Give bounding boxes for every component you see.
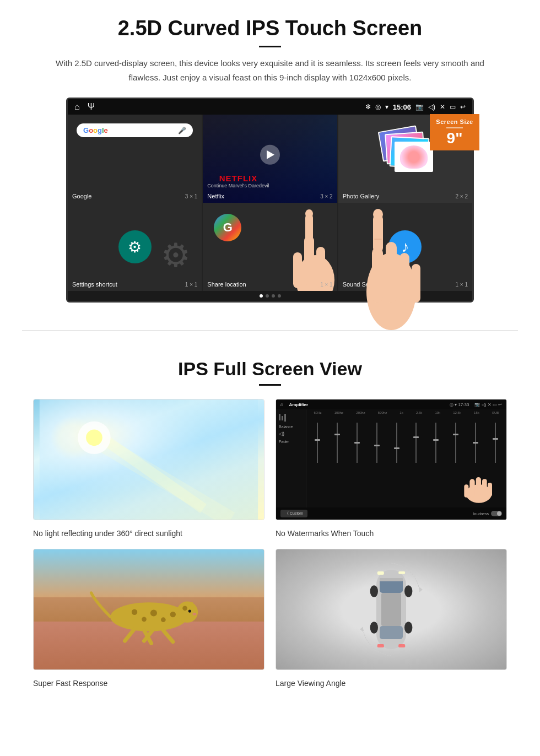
- svg-point-29: [161, 617, 166, 622]
- svg-point-32: [182, 606, 187, 611]
- netflix-subtitle: Continue Marvel's Daredevil: [207, 183, 269, 188]
- section2-divider: [259, 384, 281, 386]
- back-icon[interactable]: ↩: [460, 103, 466, 111]
- badge-size: 9": [435, 131, 474, 146]
- svg-rect-23: [488, 483, 492, 496]
- gallery-size: 2 × 2: [455, 193, 468, 199]
- amp-sidebar: Balance ◁) Fader: [276, 409, 306, 507]
- section1-description: With 2.5D curved-display screen, this de…: [55, 56, 485, 84]
- settings-label: Settings shortcut: [72, 281, 117, 288]
- car-top-view-svg: [358, 560, 424, 659]
- app-cell-share[interactable]: G Share location 1 × 1: [203, 203, 337, 291]
- app-grid-row1: Google 🎤 Google 3 × 1 NE: [68, 115, 472, 203]
- sound-icon-circle: ♪: [388, 230, 422, 263]
- close-icon: ✕: [440, 103, 445, 111]
- eq-bar-5: [394, 423, 399, 463]
- amplifier-image: ⌂ Amplifier ◎ ▾ 17:33 📷 ◁) ✕ ▭ ↩: [276, 399, 506, 520]
- app-cell-netflix[interactable]: NETFLIX Continue Marvel's Daredevil Netf…: [203, 115, 337, 203]
- amp-status-bar: ⌂ Amplifier ◎ ▾ 17:33 📷 ◁) ✕ ▭ ↩: [276, 399, 506, 409]
- eq-bar-4: [374, 423, 380, 463]
- settings-icon-circle: ⚙: [118, 230, 152, 263]
- app-grid-row2: ⚙ ⚙ Settings shortcut 1 × 1 G: [68, 203, 472, 291]
- volume-icon: ◁): [428, 103, 435, 111]
- badge-divider: [446, 127, 463, 128]
- svg-point-26: [132, 609, 137, 614]
- google-search-bar[interactable]: Google 🎤: [77, 123, 193, 137]
- balance-label: Balance: [279, 425, 303, 429]
- card-sunlight: No light reflecting under 360° direct su…: [33, 399, 264, 538]
- svg-rect-20: [469, 479, 474, 497]
- eq-bar-9: [473, 423, 478, 463]
- google-label: Google: [72, 193, 91, 199]
- device-screen: ⌂ Ψ ✻ ◎ ▾ 15:06 📷 ◁) ✕ ▭ ↩: [66, 98, 474, 303]
- svg-rect-3: [293, 252, 302, 288]
- eq-bar-7: [433, 423, 439, 463]
- loudness-label: loudness: [473, 512, 489, 516]
- home-icon[interactable]: ⌂: [74, 102, 80, 112]
- netflix-play-button[interactable]: [260, 145, 280, 165]
- eq-bar-10: [493, 423, 498, 463]
- gallery-photo-main: [395, 142, 433, 172]
- svg-rect-43: [381, 593, 401, 626]
- share-label: Share location: [207, 281, 246, 288]
- flower-image: [400, 145, 428, 169]
- netflix-logo: NETFLIX: [207, 174, 269, 183]
- svg-rect-47: [377, 571, 384, 575]
- status-time: 15:06: [393, 103, 411, 111]
- play-triangle: [267, 150, 274, 159]
- svg-point-54: [404, 622, 412, 634]
- status-right-icons: ✻ ◎ ▾ 15:06 📷 ◁) ✕ ▭ ↩: [365, 103, 466, 111]
- section1-title: 2.5D Curved IPS Touch Screen: [33, 17, 507, 40]
- app-cell-google[interactable]: Google 🎤 Google 3 × 1: [68, 115, 202, 203]
- loudness-toggle[interactable]: [491, 511, 502, 516]
- app-cell-sound[interactable]: ♪ Sound Search 1 × 1: [338, 203, 472, 291]
- svg-rect-14: [40, 399, 258, 520]
- fader-label: Fader: [279, 440, 303, 444]
- caption-cheetah: Super Fast Response: [33, 679, 264, 688]
- amp-bottom-bar: 《 Custom loudness: [276, 507, 506, 520]
- eq-bar-3: [354, 423, 360, 463]
- mic-icon[interactable]: 🎤: [178, 127, 186, 134]
- amp-custom-btn[interactable]: 《 Custom: [280, 510, 307, 517]
- device-mockup: Screen Size 9" ⌂ Ψ ✻ ◎ ▾ 15:06 📷 ◁) ✕: [66, 98, 474, 303]
- google-size: 3 × 1: [185, 193, 198, 199]
- card-car: Large Viewing Angle: [276, 549, 507, 688]
- card-amplifier: ⌂ Amplifier ◎ ▾ 17:33 📷 ◁) ✕ ▭ ↩: [276, 399, 507, 538]
- amp-main-content: Balance ◁) Fader 60Hz 100hz 200hz 500hz: [276, 409, 506, 507]
- svg-rect-22: [482, 479, 487, 495]
- page-indicators: [68, 291, 472, 301]
- section-curved-screen: 2.5D Curved IPS Touch Screen With 2.5D c…: [0, 0, 540, 314]
- bluetooth-icon: ✻: [365, 103, 371, 111]
- volume-amp-icon: ◁): [279, 431, 303, 436]
- eq-bar-8: [453, 423, 458, 463]
- amp-loudness-toggle: loudness: [473, 511, 502, 516]
- image-box-amplifier: ⌂ Amplifier ◎ ▾ 17:33 📷 ◁) ✕ ▭ ↩: [276, 399, 507, 520]
- eq-bar-2: [334, 423, 340, 463]
- location-icon: ◎: [375, 103, 381, 111]
- svg-point-5: [305, 209, 313, 218]
- svg-point-31: [177, 601, 198, 622]
- dot-3: [272, 294, 275, 298]
- svg-point-35: [192, 612, 196, 615]
- freq-labels: 60Hz 100hz 200hz 500hz 1k 2.5k 10k 12.5k…: [306, 409, 506, 415]
- svg-point-30: [170, 611, 175, 617]
- g-icon: G: [214, 214, 241, 241]
- gallery-label: Photo Gallery: [343, 193, 380, 199]
- svg-rect-50: [398, 644, 405, 647]
- sound-size: 1 × 1: [455, 282, 468, 288]
- camera-icon: 📷: [415, 103, 424, 111]
- image-box-cheetah: [33, 549, 264, 670]
- music-note-icon: ♪: [401, 238, 409, 256]
- section2-title: IPS Full Screen View: [33, 358, 507, 380]
- screen-size-badge: Screen Size 9": [430, 114, 479, 150]
- caption-amplifier: No Watermarks When Touch: [276, 529, 507, 538]
- dot-1: [260, 294, 263, 298]
- svg-rect-48: [398, 571, 405, 574]
- sound-label: Sound Search: [343, 281, 381, 288]
- caption-car: Large Viewing Angle: [276, 679, 507, 688]
- svg-point-53: [370, 622, 378, 634]
- svg-marker-56: [360, 627, 363, 632]
- eq-bar-6: [413, 423, 419, 463]
- app-cell-settings[interactable]: ⚙ ⚙ Settings shortcut 1 × 1: [68, 203, 202, 291]
- eq-sliders-icon: [279, 414, 303, 422]
